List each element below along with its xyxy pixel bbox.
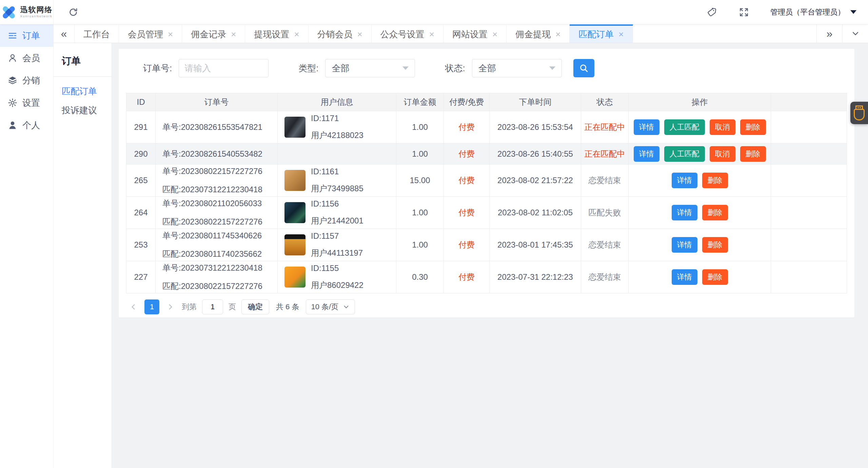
user-info: ID:1155用户86029422 [311, 264, 363, 291]
order-numbers: 单号:202307312212230418匹配:2023080221572272… [162, 262, 262, 292]
delete-button[interactable]: 删除 [702, 205, 728, 220]
sidebar-item-label: 会员 [22, 52, 40, 64]
order-no: 单号:202308021102056033 [162, 198, 262, 209]
spacer-cell [771, 143, 847, 164]
user-avatar [284, 117, 305, 138]
search-icon [579, 63, 589, 73]
person-icon [7, 120, 18, 130]
submenu-item-match-orders[interactable]: 匹配订单 [54, 77, 112, 96]
order-no-input[interactable] [179, 59, 269, 77]
tab-item[interactable]: 公众号设置× [372, 24, 443, 43]
order-no-filter: 订单号: [143, 59, 269, 77]
order-numbers: 单号:202308261553547821 [162, 122, 262, 133]
type-select[interactable]: 全部 [325, 59, 415, 77]
user-avatar [284, 202, 305, 223]
cancel-button[interactable]: 取消 [710, 119, 735, 135]
sidebar-item-members[interactable]: 会员 [0, 47, 53, 69]
sidebar-item-distribution[interactable]: 分销 [0, 69, 53, 92]
status-cell: 正在匹配中 [581, 143, 629, 164]
order-no-cell: 单号:202308011745340626匹配:2023080117402356… [156, 229, 278, 261]
next-page-icon[interactable] [165, 299, 176, 314]
tab-close-icon[interactable]: × [429, 30, 434, 39]
spacer-cell [771, 229, 847, 261]
tab-item[interactable]: 网站设置× [443, 24, 507, 43]
user-id: ID:1155 [311, 264, 363, 273]
spacer-cell [771, 197, 847, 229]
delete-button[interactable]: 删除 [740, 146, 766, 162]
delete-button[interactable]: 删除 [702, 269, 728, 285]
delete-button[interactable]: 删除 [702, 173, 728, 188]
tab-item[interactable]: 分销会员× [309, 24, 372, 43]
usb-icon [854, 105, 865, 120]
caret-down-icon [549, 66, 555, 70]
sidebar-item-profile[interactable]: 个人 [0, 114, 53, 136]
sidebar-item-orders[interactable]: 订单 [0, 24, 53, 47]
tab-label: 匹配订单 [578, 28, 614, 40]
tab-close-icon[interactable]: × [492, 30, 497, 39]
tab-close-icon[interactable]: × [168, 30, 173, 39]
order-numbers: 单号:202308021102056033匹配:2023080221572272… [162, 198, 262, 227]
orders-card: 订单号: 类型: 全部 状态: [119, 49, 854, 317]
tag-icon[interactable] [707, 7, 717, 18]
manual-match-button[interactable]: 人工匹配 [664, 119, 705, 135]
column-header: 状态 [581, 93, 629, 111]
time-cell: 2023-08-02 11:02:05 [490, 197, 581, 229]
delete-button[interactable]: 删除 [702, 237, 728, 253]
detail-button[interactable]: 详情 [634, 119, 659, 135]
search-button[interactable] [573, 59, 594, 77]
tab-label: 分销会员 [317, 28, 353, 40]
tab-item[interactable]: 提现设置× [245, 24, 308, 43]
fullscreen-icon[interactable] [738, 7, 749, 18]
user-avatar [284, 267, 305, 288]
refresh-icon[interactable] [68, 7, 79, 18]
detail-button[interactable]: 详情 [634, 146, 659, 162]
floating-extension-button[interactable] [850, 102, 868, 124]
tab-close-icon[interactable]: × [357, 30, 362, 39]
tab-item[interactable]: 会员管理× [119, 24, 182, 43]
order-no-cell: 单号:202308021102056033匹配:2023080221572272… [156, 197, 278, 229]
manual-match-button[interactable]: 人工匹配 [664, 146, 705, 162]
tab-label: 佣金提现 [515, 28, 551, 40]
status-value: 全部 [478, 62, 496, 74]
sidebar-item-settings[interactable]: 设置 [0, 92, 53, 114]
detail-button[interactable]: 详情 [672, 205, 697, 220]
detail-button[interactable]: 详情 [672, 237, 697, 253]
current-page[interactable]: 1 [144, 299, 159, 314]
logo[interactable]: 迅软网络 XunruanNetwork [0, 0, 54, 24]
admin-app: 迅软网络 XunruanNetwork 管理员（平台管理员） 订单会员分销设置个… [0, 0, 868, 468]
confirm-page-button[interactable]: 确定 [241, 299, 269, 314]
tab-item[interactable]: 佣金提现× [507, 24, 570, 43]
tab-item[interactable]: 工作台 [75, 24, 119, 43]
order-id-cell: 290 [126, 143, 156, 164]
user-info-cell: ID:1157用户44113197 [278, 229, 396, 261]
goto-page-input[interactable] [202, 299, 223, 314]
column-header: 操作 [629, 93, 771, 111]
delete-button[interactable]: 删除 [740, 119, 766, 135]
tab-close-icon[interactable]: × [555, 30, 560, 39]
prev-page-icon[interactable] [127, 299, 139, 314]
status-select[interactable]: 全部 [472, 59, 562, 77]
spacer-cell [771, 261, 847, 293]
collapse-tabs-icon[interactable]: « [54, 24, 75, 43]
amount-cell: 1.00 [396, 229, 444, 261]
fee-cell: 付费 [444, 111, 490, 143]
more-tabs-icon[interactable]: » [816, 24, 842, 43]
actions-cell: 详情删除 [629, 261, 771, 293]
detail-button[interactable]: 详情 [672, 173, 697, 188]
tab-close-icon[interactable]: × [294, 30, 299, 39]
tab-item[interactable]: 佣金记录× [182, 24, 245, 43]
order-id-cell: 253 [126, 229, 156, 261]
tab-close-icon[interactable]: × [231, 30, 236, 39]
tab-label: 会员管理 [128, 28, 163, 40]
tab-close-icon[interactable]: × [618, 30, 624, 39]
detail-button[interactable]: 详情 [672, 269, 697, 285]
user-menu[interactable]: 管理员（平台管理员） [770, 7, 856, 17]
cancel-button[interactable]: 取消 [710, 146, 735, 162]
tab-item[interactable]: 匹配订单× [570, 24, 633, 43]
main-region: « 工作台会员管理×佣金记录×提现设置×分销会员×公众号设置×网站设置×佣金提现… [54, 24, 868, 468]
submenu-item-complaints[interactable]: 投诉建议 [54, 96, 112, 115]
page-size-select[interactable]: 10 条/页 [306, 299, 355, 314]
sidebar-item-label: 订单 [22, 30, 40, 42]
tab-menu-chevron-icon[interactable] [842, 24, 868, 43]
goto-label: 到第 [182, 302, 197, 312]
